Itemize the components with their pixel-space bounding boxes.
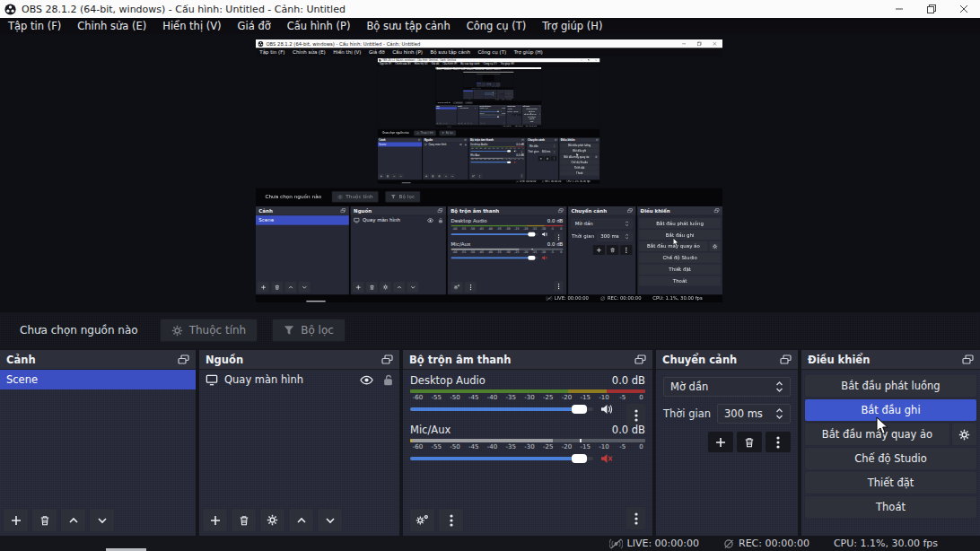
source-down-button[interactable] [318, 509, 342, 531]
studio-mode-button[interactable]: Chế độ Studio [805, 448, 976, 469]
db-tick: -45 [477, 250, 485, 254]
db-tick: -60 [451, 227, 459, 231]
source-properties-button[interactable] [260, 509, 284, 531]
transition-menu-button[interactable] [766, 432, 791, 452]
start-recording-button[interactable]: Bắt đầu ghi [805, 399, 976, 421]
popout-icon [539, 106, 540, 107]
minimize-button[interactable] [883, 0, 915, 18]
remove-scene-button[interactable] [32, 509, 57, 531]
db-tick: -20 [496, 109, 498, 110]
remove-transition-button[interactable] [737, 432, 762, 452]
db-tick: 0 [634, 394, 649, 401]
remove-source-button [482, 86, 483, 87]
menu-item-4[interactable]: Giá đỡ [230, 18, 279, 34]
docks: Cảnh Scene Nguồn [378, 137, 600, 179]
exit-button[interactable]: Thoát [805, 496, 976, 518]
channel-menu-button [554, 232, 563, 242]
remove-source-button[interactable] [232, 509, 256, 531]
popout-icon[interactable] [780, 354, 792, 364]
source-up-button [393, 282, 405, 293]
settings-button[interactable]: Thiết đặt [805, 472, 976, 494]
mixer-title: Bộ trộn âm thanh [485, 90, 490, 91]
volume-slider-handle[interactable] [572, 405, 587, 414]
transitions-body: Mờ dần Thời gian 300 ms [568, 215, 635, 294]
popout-icon [418, 139, 421, 141]
unlock-icon[interactable] [383, 374, 393, 386]
add-source-button[interactable] [203, 509, 227, 531]
menu-item-1: Tập tin (F) [378, 62, 394, 66]
studio-mode-button: Chế độ Studio [560, 160, 599, 164]
menu-item-5: Cấu hình (P) [389, 48, 426, 57]
menu-item-6[interactable]: Bộ sưu tập cảnh [358, 18, 458, 34]
dots-vertical-icon [557, 234, 559, 241]
transition-select[interactable]: Mờ dần [663, 377, 791, 397]
docks: Cảnh Scene Nguồn [477, 82, 501, 86]
visibility-eye-icon[interactable] [360, 375, 373, 385]
db-tick: -50 [479, 147, 483, 149]
volume-slider[interactable] [410, 407, 593, 411]
volume-slider-handle[interactable] [572, 454, 587, 463]
close-button[interactable] [948, 0, 980, 18]
duration-label: Thời gian [572, 233, 594, 240]
menu-item-8[interactable]: Trợ giúp (H) [534, 18, 610, 34]
preview-canvas[interactable]: OBS 28.1.2 (64-bit, windows) - Cấu hình:… [256, 39, 722, 302]
speaker-muted-icon[interactable] [600, 453, 613, 464]
scenes-dock: Cảnh Scene [463, 90, 473, 100]
speaker-icon[interactable] [600, 404, 613, 415]
popout-icon[interactable] [962, 354, 974, 364]
channel-name: Mic/Aux [480, 113, 485, 115]
scene-down-button[interactable] [90, 509, 114, 531]
duration-label: Thời gian [528, 151, 538, 153]
db-tick: -60 [480, 109, 482, 110]
start-streaming-button[interactable]: Bắt đầu phát luồng [805, 375, 976, 397]
menu-item-8: Trợ giúp (H) [499, 62, 516, 66]
properties-button[interactable]: Thuộc tính [160, 319, 258, 342]
add-scene-button[interactable] [4, 509, 28, 531]
popout-icon[interactable] [381, 354, 393, 364]
rec-status: REC: 00:00:00 [541, 180, 561, 183]
scene-up-button[interactable] [61, 509, 85, 531]
advanced-audio-button[interactable] [410, 509, 434, 531]
start-virtual-camera-button: Bắt đầu máy quay ảo [504, 93, 512, 94]
menu-item-3[interactable]: Hiển thị (V) [154, 18, 229, 34]
trash-icon [432, 175, 434, 178]
mouse-cursor [876, 416, 889, 435]
mixer-channel-mic-aux: Mic/Aux 0.0 dB -60-55-50-45-40-35-30-25-… [410, 424, 645, 465]
channel-menu-button[interactable] [626, 507, 645, 529]
volume-slider[interactable] [410, 457, 593, 460]
menu-item-7[interactable]: Công cụ (T) [459, 18, 535, 34]
transitions-dock-header: Chuyển cảnh [493, 82, 496, 83]
popout-icon[interactable] [634, 354, 646, 364]
rec-status: REC: 00:00:00 [723, 538, 809, 549]
studio-mode-button: Chế độ Studio [504, 94, 513, 95]
duration-spinbox[interactable]: 300 ms [717, 404, 791, 424]
db-tick: -55 [429, 443, 444, 450]
transitions-title: Chuyển cảnh [571, 207, 607, 214]
filters-button[interactable]: Bộ lọc [272, 319, 346, 342]
menu-item-2[interactable]: Chỉnh sửa (E) [69, 18, 154, 34]
add-transition-button[interactable] [708, 432, 733, 452]
advanced-audio-button [486, 86, 487, 87]
db-tick: -55 [475, 159, 478, 161]
exit-button: Thoát [522, 121, 541, 124]
restore-button[interactable] [915, 0, 948, 18]
popout-icon[interactable] [178, 354, 189, 364]
filter-icon [442, 132, 444, 135]
source-list-item[interactable]: Quay màn hình [199, 370, 399, 389]
source-up-button[interactable] [289, 509, 313, 531]
controls-title: Điều khiển [641, 207, 670, 214]
trash-icon [387, 175, 389, 178]
menu-item-1[interactable]: Tập tin (F) [0, 18, 69, 34]
db-tick: -25 [494, 109, 495, 110]
scene-list-item[interactable]: Scene [0, 370, 196, 389]
remove-source-button [475, 98, 476, 99]
titlebar: OBS 28.1.2 (64-bit, windows) - Cấu hình:… [256, 39, 722, 48]
menu-item-8: Trợ giúp (H) [510, 48, 547, 57]
mixer-menu-button[interactable] [439, 509, 463, 531]
volume-slider [470, 151, 512, 152]
properties-button: Thuộc tính [332, 191, 379, 202]
popout-icon [596, 139, 599, 141]
menu-item-5[interactable]: Cấu hình (P) [279, 18, 359, 34]
remove-scene-button [477, 86, 478, 87]
virtual-camera-settings-button[interactable] [952, 424, 976, 445]
